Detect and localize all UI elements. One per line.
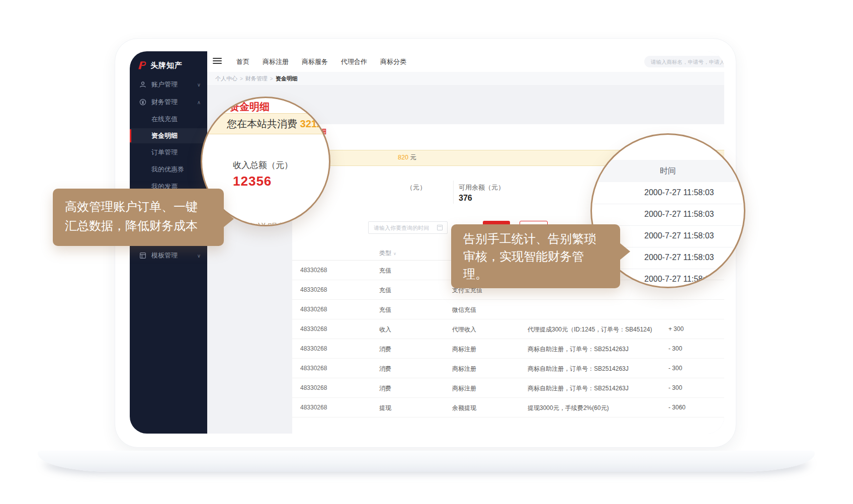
chevron-down-icon (197, 253, 201, 259)
table-row: 48330268 消费 商标注册 商标自助注册，订单号：SB2514263J -… (292, 378, 724, 398)
sidebar-subitem-orders[interactable]: 订单管理 (130, 145, 207, 160)
stat-middle-label: （元） (406, 183, 426, 192)
callout-smart-finance: 告别手工统计、告别繁琐 审核，实现智能财务管 理。 (451, 224, 620, 288)
stats-divider (453, 181, 454, 204)
breadcrumb-band: 个人中心 财务管理 资金明细 (207, 72, 724, 85)
breadcrumb-separator (240, 75, 243, 81)
calendar-icon[interactable] (437, 225, 443, 230)
table-row: 48330268 消费 商标注册 商标自助注册，订单号：SB2514263J -… (292, 339, 724, 359)
magnified-income-label: 收入总额（元） (233, 159, 293, 171)
available-balance-label: 可用余额（元） (459, 183, 504, 192)
consumption-amount: 820 (398, 154, 408, 161)
stage: 头牌知产 账户管理 财务管理 (0, 0, 853, 504)
chevron-up-icon (197, 100, 201, 105)
breadcrumb-item[interactable]: 个人中心 (215, 75, 237, 82)
table-row: 48330268 消费 商标注册 商标自助注册，订单号：SB2514263J -… (292, 358, 724, 378)
brand-logo-text: 头牌知产 (150, 61, 183, 70)
nav-item-trademark-service[interactable]: 商标服务 (302, 57, 328, 66)
breadcrumb-item[interactable]: 财务管理 (245, 75, 268, 82)
column-header-type[interactable]: 类型 (379, 249, 396, 258)
callout-finance-efficiency: 高效管理账户订单、一键 汇总数据，降低财务成本 (53, 189, 224, 246)
available-balance-value: 376 (459, 194, 472, 203)
table-row: 48330268 收入 代理收入 代理提成300元（ID:1245，订单号：SB… (292, 319, 724, 339)
sidebar-subitem-funds-detail[interactable]: 资金明细 (130, 128, 207, 143)
breadcrumb-separator (270, 75, 273, 81)
table-row: 48330268 提现 余额提现 提现3000元，手续费2%(60元) - 30… (292, 397, 724, 417)
breadcrumb: 个人中心 财务管理 资金明细 (215, 75, 298, 82)
brand-logo: 头牌知产 (137, 58, 202, 72)
topbar: 首页 商标注册 商标服务 代理合作 商标分类 (207, 51, 724, 72)
magnified-banner-text: 您在本站共消费 32124 大 (227, 117, 330, 131)
trademark-search-input[interactable] (644, 56, 724, 67)
sidebar-item-account[interactable]: 账户管理 (130, 76, 207, 93)
sidebar-item-label: 账户管理 (151, 80, 178, 89)
nav-item-home[interactable]: 首页 (236, 57, 249, 66)
sidebar-subitem-coupons[interactable]: 我的优惠券 (130, 162, 207, 177)
sidebar-item-label: 模板管理 (151, 251, 178, 260)
sidebar-item-finance[interactable]: 财务管理 (130, 94, 207, 110)
sidebar-item-label: 财务管理 (151, 98, 178, 107)
nav-item-trademark-register[interactable]: 商标注册 (263, 57, 289, 66)
pagination: < 1 2 3 4 5 (292, 432, 724, 434)
hamburger-icon[interactable] (213, 58, 222, 65)
nav-item-agent-coop[interactable]: 代理合作 (341, 57, 367, 66)
consumption-banner-text: 820 元 (398, 153, 416, 162)
table-row: 48330268 充值 微信充值 (292, 299, 724, 319)
magnified-time-row: 2000-7-27 11:58:03 (590, 182, 745, 204)
chevron-down-icon (197, 82, 201, 88)
template-icon (139, 252, 146, 259)
magnified-income-value: 12356 (233, 174, 272, 189)
laptop-base (38, 451, 815, 472)
sidebar-subitem-recharge[interactable]: 在线充值 (130, 112, 207, 127)
finance-icon (139, 99, 146, 106)
magnified-time-row: 2000-7-27 11:58:03 (590, 204, 745, 226)
top-navigation: 首页 商标注册 商标服务 代理合作 商标分类 (236, 51, 406, 72)
user-icon (139, 81, 146, 88)
date-query-input[interactable] (368, 221, 448, 234)
brand-logo-icon (137, 60, 147, 70)
breadcrumb-current: 资金明细 (276, 75, 298, 82)
nav-item-trademark-category[interactable]: 商标分类 (380, 57, 406, 66)
sidebar-item-template[interactable]: 模板管理 (130, 247, 207, 264)
magnified-time-header: 时间 (590, 160, 745, 182)
